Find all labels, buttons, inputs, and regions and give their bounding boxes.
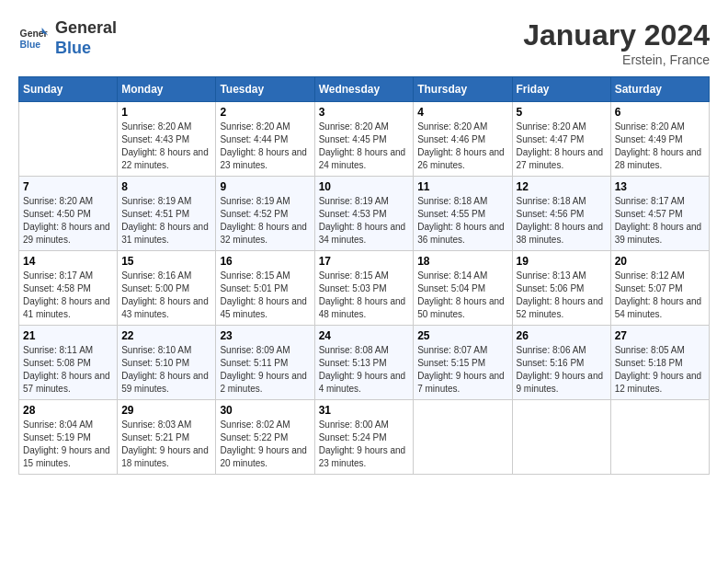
calendar-week-5: 28 Sunrise: 8:04 AMSunset: 5:19 PMDaylig… xyxy=(19,400,710,475)
day-number: 28 xyxy=(23,404,113,417)
calendar-cell: 14 Sunrise: 8:17 AMSunset: 4:58 PMDaylig… xyxy=(19,251,118,326)
day-detail: Sunrise: 8:10 AMSunset: 5:10 PMDaylight:… xyxy=(121,344,211,396)
calendar-cell: 24 Sunrise: 8:08 AMSunset: 5:13 PMDaylig… xyxy=(314,326,414,400)
calendar-week-4: 21 Sunrise: 8:11 AMSunset: 5:08 PMDaylig… xyxy=(19,326,710,400)
day-detail: Sunrise: 8:08 AMSunset: 5:13 PMDaylight:… xyxy=(319,344,410,396)
day-header-friday: Friday xyxy=(512,77,610,102)
day-number: 1 xyxy=(121,106,211,119)
day-header-tuesday: Tuesday xyxy=(216,77,314,102)
calendar-cell: 20 Sunrise: 8:12 AMSunset: 5:07 PMDaylig… xyxy=(610,251,709,326)
day-number: 21 xyxy=(23,329,113,342)
calendar-cell: 7 Sunrise: 8:20 AMSunset: 4:50 PMDayligh… xyxy=(19,177,118,251)
calendar-cell xyxy=(610,400,709,475)
day-detail: Sunrise: 8:13 AMSunset: 5:06 PMDaylight:… xyxy=(517,270,607,321)
day-number: 17 xyxy=(319,255,410,268)
logo-icon: General Blue xyxy=(18,24,48,53)
calendar-cell: 5 Sunrise: 8:20 AMSunset: 4:47 PMDayligh… xyxy=(512,102,610,177)
calendar-cell: 9 Sunrise: 8:19 AMSunset: 4:52 PMDayligh… xyxy=(216,177,314,251)
day-number: 30 xyxy=(220,404,310,417)
day-detail: Sunrise: 8:05 AMSunset: 5:18 PMDaylight:… xyxy=(615,344,705,396)
calendar-cell: 6 Sunrise: 8:20 AMSunset: 4:49 PMDayligh… xyxy=(610,102,709,177)
calendar-cell: 29 Sunrise: 8:03 AMSunset: 5:21 PMDaylig… xyxy=(118,400,216,475)
day-number: 12 xyxy=(517,180,607,193)
day-number: 3 xyxy=(319,106,410,119)
day-detail: Sunrise: 8:18 AMSunset: 4:56 PMDaylight:… xyxy=(517,195,607,247)
calendar-cell: 22 Sunrise: 8:10 AMSunset: 5:10 PMDaylig… xyxy=(118,326,216,400)
calendar-cell: 11 Sunrise: 8:18 AMSunset: 4:55 PMDaylig… xyxy=(414,177,512,251)
day-number: 16 xyxy=(220,255,310,268)
day-number: 29 xyxy=(121,404,211,417)
calendar-cell: 27 Sunrise: 8:05 AMSunset: 5:18 PMDaylig… xyxy=(610,326,709,400)
calendar-week-3: 14 Sunrise: 8:17 AMSunset: 4:58 PMDaylig… xyxy=(19,251,710,326)
day-number: 20 xyxy=(615,255,705,268)
calendar-cell: 17 Sunrise: 8:15 AMSunset: 5:03 PMDaylig… xyxy=(314,251,414,326)
day-header-sunday: Sunday xyxy=(19,77,118,102)
day-number: 19 xyxy=(517,255,607,268)
day-number: 6 xyxy=(615,106,705,119)
calendar-cell: 4 Sunrise: 8:20 AMSunset: 4:46 PMDayligh… xyxy=(414,102,512,177)
calendar-week-2: 7 Sunrise: 8:20 AMSunset: 4:50 PMDayligh… xyxy=(19,177,710,251)
day-detail: Sunrise: 8:14 AMSunset: 5:04 PMDaylight:… xyxy=(417,270,507,321)
day-detail: Sunrise: 8:17 AMSunset: 4:57 PMDaylight:… xyxy=(615,195,705,247)
day-detail: Sunrise: 8:16 AMSunset: 5:00 PMDaylight:… xyxy=(121,270,211,321)
location: Erstein, France xyxy=(523,52,710,67)
title-block: January 2024 Erstein, France xyxy=(523,18,710,67)
day-number: 8 xyxy=(121,180,211,193)
day-header-saturday: Saturday xyxy=(610,77,709,102)
svg-text:Blue: Blue xyxy=(20,39,41,49)
calendar-cell: 13 Sunrise: 8:17 AMSunset: 4:57 PMDaylig… xyxy=(610,177,709,251)
day-number: 4 xyxy=(417,106,507,119)
day-number: 10 xyxy=(319,180,410,193)
day-detail: Sunrise: 8:19 AMSunset: 4:53 PMDaylight:… xyxy=(319,195,410,247)
day-number: 11 xyxy=(417,180,507,193)
calendar-cell: 15 Sunrise: 8:16 AMSunset: 5:00 PMDaylig… xyxy=(118,251,216,326)
calendar-cell: 16 Sunrise: 8:15 AMSunset: 5:01 PMDaylig… xyxy=(216,251,314,326)
calendar-cell: 8 Sunrise: 8:19 AMSunset: 4:51 PMDayligh… xyxy=(118,177,216,251)
day-detail: Sunrise: 8:19 AMSunset: 4:52 PMDaylight:… xyxy=(220,195,310,247)
calendar-cell: 3 Sunrise: 8:20 AMSunset: 4:45 PMDayligh… xyxy=(314,102,414,177)
day-number: 9 xyxy=(220,180,310,193)
day-detail: Sunrise: 8:20 AMSunset: 4:44 PMDaylight:… xyxy=(220,121,310,172)
day-header-monday: Monday xyxy=(118,77,216,102)
day-detail: Sunrise: 8:19 AMSunset: 4:51 PMDaylight:… xyxy=(121,195,211,247)
calendar-cell: 2 Sunrise: 8:20 AMSunset: 4:44 PMDayligh… xyxy=(216,102,314,177)
calendar-cell xyxy=(512,400,610,475)
calendar-cell: 23 Sunrise: 8:09 AMSunset: 5:11 PMDaylig… xyxy=(216,326,314,400)
day-detail: Sunrise: 8:17 AMSunset: 4:58 PMDaylight:… xyxy=(23,270,113,321)
day-detail: Sunrise: 8:18 AMSunset: 4:55 PMDaylight:… xyxy=(417,195,507,247)
page-header: General Blue GeneralBlue January 2024 Er… xyxy=(18,18,710,67)
calendar-cell: 1 Sunrise: 8:20 AMSunset: 4:43 PMDayligh… xyxy=(118,102,216,177)
day-detail: Sunrise: 8:11 AMSunset: 5:08 PMDaylight:… xyxy=(23,344,113,396)
calendar-cell: 10 Sunrise: 8:19 AMSunset: 4:53 PMDaylig… xyxy=(314,177,414,251)
calendar-cell: 12 Sunrise: 8:18 AMSunset: 4:56 PMDaylig… xyxy=(512,177,610,251)
day-detail: Sunrise: 8:03 AMSunset: 5:21 PMDaylight:… xyxy=(121,419,211,470)
day-detail: Sunrise: 8:20 AMSunset: 4:47 PMDaylight:… xyxy=(517,121,607,172)
calendar-cell: 26 Sunrise: 8:06 AMSunset: 5:16 PMDaylig… xyxy=(512,326,610,400)
day-detail: Sunrise: 8:00 AMSunset: 5:24 PMDaylight:… xyxy=(319,419,410,470)
calendar-cell: 18 Sunrise: 8:14 AMSunset: 5:04 PMDaylig… xyxy=(414,251,512,326)
day-number: 13 xyxy=(615,180,705,193)
day-number: 14 xyxy=(23,255,113,268)
day-detail: Sunrise: 8:04 AMSunset: 5:19 PMDaylight:… xyxy=(23,419,113,470)
day-number: 23 xyxy=(220,329,310,342)
day-number: 31 xyxy=(319,404,410,417)
day-detail: Sunrise: 8:20 AMSunset: 4:50 PMDaylight:… xyxy=(23,195,113,247)
day-number: 22 xyxy=(121,329,211,342)
calendar-cell: 19 Sunrise: 8:13 AMSunset: 5:06 PMDaylig… xyxy=(512,251,610,326)
calendar-cell xyxy=(414,400,512,475)
day-detail: Sunrise: 8:15 AMSunset: 5:01 PMDaylight:… xyxy=(220,270,310,321)
day-detail: Sunrise: 8:20 AMSunset: 4:45 PMDaylight:… xyxy=(319,121,410,172)
calendar-cell: 30 Sunrise: 8:02 AMSunset: 5:22 PMDaylig… xyxy=(216,400,314,475)
day-number: 18 xyxy=(417,255,507,268)
day-detail: Sunrise: 8:12 AMSunset: 5:07 PMDaylight:… xyxy=(615,270,705,321)
logo-text: GeneralBlue xyxy=(55,18,117,58)
day-number: 27 xyxy=(615,329,705,342)
day-number: 5 xyxy=(517,106,607,119)
day-detail: Sunrise: 8:02 AMSunset: 5:22 PMDaylight:… xyxy=(220,419,310,470)
month-title: January 2024 xyxy=(523,18,710,52)
day-detail: Sunrise: 8:07 AMSunset: 5:15 PMDaylight:… xyxy=(417,344,507,396)
logo: General Blue GeneralBlue xyxy=(18,18,117,58)
calendar-cell: 31 Sunrise: 8:00 AMSunset: 5:24 PMDaylig… xyxy=(314,400,414,475)
day-header-wednesday: Wednesday xyxy=(314,77,414,102)
day-detail: Sunrise: 8:20 AMSunset: 4:49 PMDaylight:… xyxy=(615,121,705,172)
